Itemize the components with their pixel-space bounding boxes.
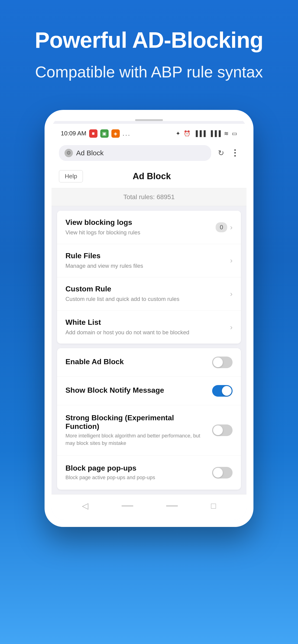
show-block-notify-toggle[interactable]	[212, 385, 232, 397]
top-bar: ⚙ Ad Block ↻ ⋮	[52, 142, 246, 166]
menu-item-content: View blocking logs View hit logs for blo…	[66, 218, 216, 236]
hero-subtitle: Compatible with ABP rule syntax	[19, 62, 279, 82]
back-icon[interactable]: ◁	[82, 501, 88, 511]
strong-blocking-toggle[interactable]	[212, 424, 232, 436]
rule-files-subtitle: Manage and view my rules files	[66, 262, 230, 270]
chevron-right-icon: ›	[230, 256, 232, 265]
toggle-knob	[213, 426, 223, 435]
show-block-notify-item: Show Block Notify Message	[57, 377, 241, 405]
page-header: Help Ad Block	[52, 166, 246, 188]
wifi-icon: ≋	[224, 130, 229, 137]
status-icon-orange: ◈	[111, 129, 120, 138]
show-block-notify-title: Show Block Notify Message	[66, 386, 207, 394]
white-list-title: White List	[66, 318, 230, 327]
hero-title: Powerful AD-Blocking	[19, 28, 279, 52]
custom-rule-content: Custom Rule Custom rule list and quick a…	[66, 285, 230, 303]
hero-section: Powerful AD-Blocking Compatible with ABP…	[0, 0, 298, 96]
phone-screen: 10:09 AM ■ ▣ ◈ ... ✦ ⏰ ▐▐▐ ▐▐▐ ≋ ▭ ⚙ Ad …	[52, 117, 246, 520]
custom-rule-title: Custom Rule	[66, 285, 230, 293]
enable-ad-block-left: Enable Ad Block	[66, 358, 212, 368]
view-blocking-logs-subtitle: View hit logs for blocking rules	[66, 228, 216, 236]
menu-item-right: 0 ›	[216, 222, 232, 232]
strong-blocking-subtitle: More intelligent block algorithm and bet…	[66, 432, 207, 447]
block-popups-left: Block page pop-ups Block page active pop…	[66, 464, 212, 481]
view-blocking-logs-title: View blocking logs	[66, 218, 216, 227]
phone-notch	[135, 119, 163, 121]
page-title: Ad Block	[83, 171, 220, 181]
url-bar-text: Ad Block	[76, 149, 104, 157]
battery-icon: ▭	[232, 130, 237, 137]
total-rules-label: Total rules: 68951	[123, 193, 175, 200]
toggle-knob	[213, 468, 223, 478]
strong-blocking-item: Strong Blocking (Experimental Function) …	[57, 405, 241, 456]
white-list-item[interactable]: White List Add domain or host you do not…	[57, 311, 241, 344]
gear-icon: ⚙	[65, 149, 73, 157]
help-button[interactable]: Help	[59, 170, 83, 182]
menu-section: View blocking logs View hit logs for blo…	[57, 211, 241, 344]
alarm-icon: ⏰	[184, 130, 191, 137]
block-popups-toggle[interactable]	[212, 467, 232, 478]
chevron-right-icon: ›	[230, 323, 232, 332]
rule-files-title: Rule Files	[66, 252, 230, 260]
strong-blocking-left: Strong Blocking (Experimental Function) …	[66, 414, 212, 447]
home-icon[interactable]	[122, 506, 133, 506]
recent-icon[interactable]	[166, 506, 178, 506]
chevron-right-icon: ›	[230, 290, 232, 298]
view-blocking-logs-item[interactable]: View blocking logs View hit logs for blo…	[57, 211, 241, 244]
settings-section: Enable Ad Block Show Block Notify Messag…	[57, 348, 241, 490]
status-icon-green: ▣	[100, 129, 109, 138]
rule-files-content: Rule Files Manage and view my rules file…	[66, 252, 230, 270]
rule-files-right: ›	[230, 256, 232, 265]
show-block-notify-left: Show Block Notify Message	[66, 386, 212, 396]
custom-rule-right: ›	[230, 290, 232, 298]
signal-icon2: ▐▐▐	[209, 130, 221, 137]
signal-icon1: ▐▐▐	[194, 130, 206, 137]
phone-mockup: 10:09 AM ■ ▣ ◈ ... ✦ ⏰ ▐▐▐ ▐▐▐ ≋ ▭ ⚙ Ad …	[45, 110, 253, 527]
toggle-knob	[213, 358, 223, 367]
overflow-menu-icon[interactable]: ⋮	[231, 148, 239, 158]
status-bar: 10:09 AM ■ ▣ ◈ ... ✦ ⏰ ▐▐▐ ▐▐▐ ≋ ▭	[52, 124, 246, 142]
block-popups-subtitle: Block page active pop-ups and pop-ups	[66, 474, 207, 481]
white-list-right: ›	[230, 323, 232, 332]
refresh-button[interactable]: ↻	[215, 147, 227, 159]
bottom-nav: ◁ □	[52, 494, 246, 520]
custom-rule-item[interactable]: Custom Rule Custom rule list and quick a…	[57, 277, 241, 311]
square-icon[interactable]: □	[211, 501, 216, 511]
white-list-subtitle: Add domain or host you do not want to be…	[66, 328, 230, 336]
rule-files-item[interactable]: Rule Files Manage and view my rules file…	[57, 244, 241, 278]
total-rules-bar: Total rules: 68951	[52, 188, 246, 206]
blocking-logs-badge: 0	[216, 222, 227, 232]
status-right: ✦ ⏰ ▐▐▐ ▐▐▐ ≋ ▭	[176, 130, 237, 137]
url-bar[interactable]: ⚙ Ad Block	[59, 145, 211, 161]
custom-rule-subtitle: Custom rule list and quick add to custom…	[66, 295, 230, 303]
white-list-content: White List Add domain or host you do not…	[66, 318, 230, 336]
enable-ad-block-toggle[interactable]	[212, 356, 232, 368]
status-left: 10:09 AM ■ ▣ ◈ ...	[61, 129, 131, 138]
status-icon-red: ■	[89, 129, 98, 138]
bluetooth-icon: ✦	[176, 130, 180, 137]
status-time: 10:09 AM	[61, 130, 86, 137]
strong-blocking-title: Strong Blocking (Experimental Function)	[66, 414, 207, 431]
enable-ad-block-title: Enable Ad Block	[66, 358, 207, 366]
status-dots: ...	[123, 130, 131, 137]
block-popups-item: Block page pop-ups Block page active pop…	[57, 456, 241, 490]
block-popups-title: Block page pop-ups	[66, 464, 207, 472]
chevron-right-icon: ›	[230, 223, 232, 232]
enable-ad-block-item: Enable Ad Block	[57, 348, 241, 377]
toggle-knob	[222, 386, 232, 396]
